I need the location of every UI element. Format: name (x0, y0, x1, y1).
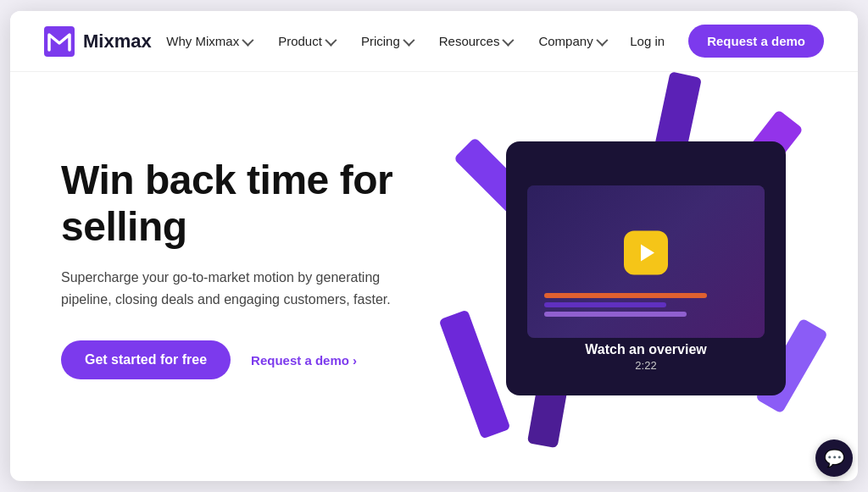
chevron-down-icon (403, 34, 415, 46)
chevron-down-icon (242, 34, 254, 46)
chat-icon: 💬 (824, 448, 845, 468)
chevron-down-icon (503, 34, 515, 46)
video-duration: 2:22 (506, 359, 786, 372)
screen-bar-1 (544, 293, 707, 298)
logo-area[interactable]: Mixmax (44, 26, 152, 57)
brand-name: Mixmax (83, 30, 152, 53)
hero-cta: Get started for free Request a demo › (61, 340, 468, 379)
play-icon (641, 244, 654, 261)
hero-section: Win back time for selling Supercharge yo… (10, 72, 858, 481)
hero-title: Win back time for selling (61, 157, 468, 250)
nav-actions: Log in Request a demo (620, 25, 824, 58)
navbar: Mixmax Why Mixmax Product Pricing Resour… (10, 11, 858, 72)
request-demo-button[interactable]: Request a demo (688, 25, 824, 58)
nav-product[interactable]: Product (266, 27, 346, 55)
chevron-down-icon (325, 34, 337, 46)
screen-bars (544, 293, 748, 321)
screen-bar-2 (544, 302, 666, 307)
nav-resources[interactable]: Resources (427, 27, 524, 55)
nav-company[interactable]: Company (526, 27, 616, 55)
hero-subtitle: Supercharge your go-to-market motion by … (61, 267, 400, 310)
hero-right: Watch an overview 2:22 (468, 82, 824, 455)
browser-frame: Mixmax Why Mixmax Product Pricing Resour… (10, 11, 858, 481)
laptop-screen (527, 185, 765, 338)
nav-links: Why Mixmax Product Pricing Resources Com… (154, 27, 616, 55)
get-started-button[interactable]: Get started for free (61, 340, 231, 379)
chat-widget[interactable]: 💬 (815, 439, 853, 477)
hero-left: Win back time for selling Supercharge yo… (61, 157, 468, 380)
chevron-down-icon (596, 34, 608, 46)
logo-icon (44, 26, 75, 57)
nav-pricing[interactable]: Pricing (349, 27, 424, 55)
login-button[interactable]: Log in (620, 27, 675, 55)
nav-why-mixmax[interactable]: Why Mixmax (154, 27, 263, 55)
video-caption: Watch an overview 2:22 (506, 342, 786, 372)
video-caption-title: Watch an overview (506, 342, 786, 357)
request-demo-link[interactable]: Request a demo › (251, 353, 357, 368)
play-button[interactable] (624, 230, 668, 274)
video-card[interactable]: Watch an overview 2:22 (506, 141, 786, 395)
screen-bar-3 (544, 312, 687, 317)
